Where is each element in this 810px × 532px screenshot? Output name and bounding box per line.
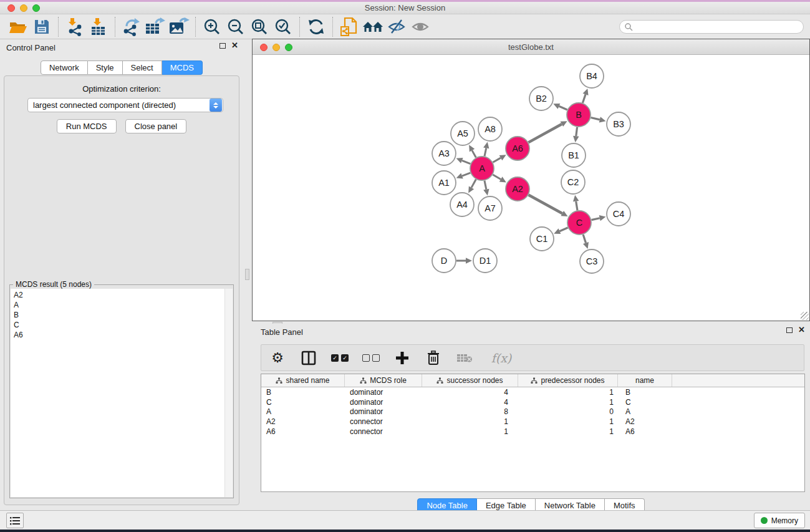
graph-edge-A6-B[interactable] <box>529 124 562 142</box>
float-panel-icon[interactable] <box>219 43 226 49</box>
search-input[interactable] <box>619 20 804 34</box>
network-canvas[interactable]: AA1A2A3A4A5A6A7A8BB1B2B3B4CC1C2C3C4DD1 <box>253 56 809 321</box>
window-resize-grip[interactable] <box>801 312 809 320</box>
delete-table-button[interactable] <box>456 349 473 367</box>
column-header-label: MCDS role <box>370 376 407 385</box>
graph-edge-B-B3[interactable] <box>591 118 599 120</box>
memory-button[interactable]: Memory <box>754 513 805 528</box>
network-minimize-button[interactable] <box>272 44 280 51</box>
graph-edge-B-B4[interactable] <box>582 94 586 103</box>
network-zoom-button[interactable] <box>285 44 292 51</box>
column-header-name[interactable]: name <box>618 374 672 387</box>
graph-node-label: C2 <box>567 177 579 187</box>
hide-details-button[interactable] <box>385 16 408 37</box>
home-button[interactable] <box>361 16 385 37</box>
tab-select[interactable]: Select <box>123 60 162 75</box>
column-header-shared-name[interactable]: shared name <box>261 374 345 387</box>
close-panel-button[interactable]: Close panel <box>125 119 187 133</box>
graph-edge-A-A3[interactable] <box>462 160 471 163</box>
show-column-button[interactable] <box>300 349 317 367</box>
column-header-filler <box>672 374 804 387</box>
zoom-selected-button[interactable] <box>271 16 295 37</box>
tab-style[interactable]: Style <box>88 60 123 75</box>
table-row[interactable]: A2connector11A2 <box>261 417 804 427</box>
import-table-button[interactable] <box>87 16 110 37</box>
table-cell: A <box>618 407 672 416</box>
graph-node-label: A <box>479 163 485 173</box>
graph-edge-A-A8[interactable] <box>485 148 486 156</box>
export-image-button[interactable] <box>167 16 191 37</box>
table-row[interactable]: A6connector11A6 <box>261 427 804 437</box>
export-table-button[interactable] <box>143 16 167 37</box>
column-header-predecessor-nodes[interactable]: predecessor nodes <box>518 374 618 387</box>
settings-gear-button[interactable]: ⚙ <box>269 349 286 367</box>
mcds-result-item[interactable]: A6 <box>11 330 224 340</box>
graph-node-label: D1 <box>480 256 491 266</box>
graph-edge-A2-C[interactable] <box>529 195 562 214</box>
mcds-result-item[interactable]: C <box>11 320 224 330</box>
graph-node-label: C4 <box>613 209 625 219</box>
save-session-button[interactable] <box>30 16 54 37</box>
mcds-result-item[interactable]: B <box>11 310 224 320</box>
graph-edge-A-A5[interactable] <box>472 150 476 157</box>
tab-mcds[interactable]: MCDS <box>162 60 203 75</box>
graph-edge-C-C3[interactable] <box>583 235 586 243</box>
column-header-successor-nodes[interactable]: successor nodes <box>422 374 518 387</box>
graph-edge-B-B2[interactable] <box>559 106 567 110</box>
graph-edge-A-A6[interactable] <box>493 158 501 162</box>
graph-node-label: A3 <box>438 148 450 158</box>
zoom-fit-button[interactable] <box>248 16 271 37</box>
tab-network[interactable]: Network <box>41 60 88 75</box>
export-network-button[interactable] <box>120 16 143 37</box>
mcds-result-scrollbar[interactable] <box>224 289 233 497</box>
float-table-panel-icon[interactable] <box>786 327 793 333</box>
zoom-out-button[interactable] <box>224 16 248 37</box>
mcds-result-item[interactable]: A2 <box>11 290 224 300</box>
network-close-button[interactable] <box>260 44 268 51</box>
graph-edge-A-A4[interactable] <box>471 180 476 188</box>
graph-edge-A-A7[interactable] <box>485 181 486 190</box>
graph-edge-A-A1[interactable] <box>462 173 470 176</box>
import-table-icon <box>89 17 108 36</box>
export-network-icon <box>122 17 142 36</box>
graph-edge-A-A2[interactable] <box>493 175 501 179</box>
delete-table-icon <box>456 352 473 364</box>
vertical-split-handle[interactable] <box>245 269 249 280</box>
edge-arrowhead <box>466 258 472 264</box>
close-panel-icon[interactable]: ✕ <box>231 42 238 49</box>
select-all-button[interactable]: ✓✓ <box>331 349 349 367</box>
function-builder-button[interactable]: f(x) <box>487 349 516 367</box>
open-session-button[interactable] <box>6 16 30 37</box>
toolbar-separator <box>58 17 59 37</box>
table-row[interactable]: Cdominator41C <box>261 397 804 407</box>
close-window-button[interactable] <box>7 4 15 12</box>
import-network-button[interactable] <box>63 16 87 37</box>
deselect-all-button[interactable] <box>362 349 380 367</box>
refresh-view-button[interactable] <box>304 16 328 37</box>
delete-column-button[interactable] <box>425 349 442 367</box>
show-details-button[interactable] <box>408 16 432 37</box>
optimization-criterion-select[interactable]: largest connected component (directed) <box>27 98 223 112</box>
checked-checkbox-icon: ✓ <box>331 354 339 362</box>
task-history-button[interactable] <box>6 513 24 528</box>
column-header-mcds-role[interactable]: MCDS role <box>345 374 422 387</box>
table-row[interactable]: Adominator80A <box>261 407 804 417</box>
add-column-button[interactable] <box>393 349 411 367</box>
checked-checkbox-icon: ✓ <box>341 354 349 362</box>
network-from-document-button[interactable] <box>337 16 361 37</box>
control-panel: Control Panel ✕ NetworkStyleSelectMCDS O… <box>0 39 243 510</box>
run-mcds-button[interactable]: Run MCDS <box>57 119 117 133</box>
graph-edge-C-C2[interactable] <box>576 201 577 211</box>
mcds-result-title: MCDS result (5 nodes) <box>13 280 94 289</box>
zoom-in-button[interactable] <box>200 16 224 37</box>
zoom-selected-icon <box>274 18 292 36</box>
zoom-window-button[interactable] <box>32 4 40 12</box>
table-row[interactable]: Bdominator41B <box>261 387 804 397</box>
mcds-result-item[interactable]: A <box>11 300 224 310</box>
graph-edge-B-B1[interactable] <box>576 127 577 136</box>
close-table-panel-icon[interactable]: ✕ <box>798 327 805 333</box>
zoom-in-icon <box>203 18 221 36</box>
graph-edge-C-C4[interactable] <box>592 218 600 220</box>
minimize-window-button[interactable] <box>20 4 27 12</box>
graph-edge-C-C1[interactable] <box>559 228 567 231</box>
